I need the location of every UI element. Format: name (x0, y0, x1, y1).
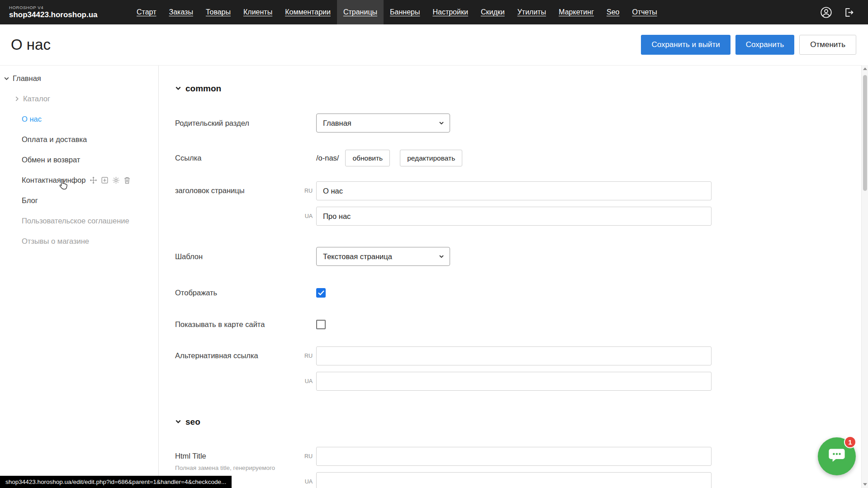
move-icon[interactable] (90, 176, 97, 184)
scroll-down-icon[interactable] (862, 481, 868, 488)
template-select[interactable]: Текстовая страница (316, 247, 450, 266)
lang-inputs: RU UA (297, 346, 711, 391)
field-label: Родительский раздел (175, 119, 316, 128)
lang-row-ru: RU (297, 447, 711, 466)
page-title-ru-input[interactable] (316, 181, 711, 200)
add-icon[interactable] (101, 176, 109, 184)
nav-item-otchety[interactable]: Отчеты (626, 0, 663, 24)
sidebar-item-o-nas[interactable]: О нас (0, 109, 158, 129)
html-title-ua-input[interactable] (316, 472, 711, 488)
alt-link-ru-input[interactable] (316, 346, 711, 365)
nav-item-utility[interactable]: Утилиты (511, 0, 553, 24)
scrollbar-thumb[interactable] (863, 75, 867, 191)
sidebar-item-kontaktnaya-infor[interactable]: Контактная инфор (0, 170, 158, 190)
user-icon[interactable] (820, 6, 832, 19)
cancel-button[interactable]: Отменить (799, 35, 856, 55)
tree-label: Главная (13, 74, 41, 83)
edit-link-button[interactable]: редактировать (400, 150, 462, 166)
tree-label: Отзывы о магазине (22, 237, 89, 246)
delete-icon[interactable] (123, 176, 131, 184)
top-nav: HOROSHOP V4 shop34423.horoshop.ua Старт … (0, 0, 868, 24)
section-seo[interactable]: seo (175, 417, 200, 427)
logout-icon[interactable] (843, 7, 854, 18)
sidebar-item-oplata-i-dostavka[interactable]: Оплата и доставка (0, 129, 158, 150)
refresh-link-button[interactable]: обновить (345, 150, 390, 166)
link-path: /o-nas/ (316, 154, 339, 162)
field-label: Ссылка (175, 154, 316, 162)
tree-label: Контактная инфор (22, 176, 85, 185)
chevron-down-icon (439, 252, 444, 261)
field-hint: Полная замена title, генерируемого (175, 464, 306, 472)
settings-icon[interactable] (112, 176, 120, 184)
tree-label: Блог (22, 196, 38, 205)
brand-version: HOROSHOP V4 (9, 5, 108, 10)
action-bar: О нас Сохранить и выйти Сохранить Отмени… (0, 24, 868, 65)
parent-section-select[interactable]: Главная (316, 114, 450, 133)
chat-icon (827, 446, 846, 467)
status-url: shop34423.horoshop.ua/edit/edit.php?id=6… (0, 476, 232, 488)
select-value: Текстовая страница (323, 252, 392, 261)
nav-item-skidki[interactable]: Скидки (474, 0, 511, 24)
sidebar-item-glavnaya[interactable]: Главная (0, 68, 158, 89)
section-title: common (185, 84, 221, 94)
nav-item-kommentarii[interactable]: Комментарии (279, 0, 337, 24)
sidebar-item-katalog[interactable]: Каталог (0, 89, 158, 109)
tree-label: Оплата и доставка (22, 135, 87, 144)
nav-item-zakazy[interactable]: Заказы (162, 0, 199, 24)
select-value: Главная (323, 119, 351, 128)
chevron-right-icon[interactable] (14, 96, 20, 102)
page-title: О нас (11, 36, 51, 53)
chevron-down-icon[interactable] (4, 76, 9, 81)
nav-item-seo[interactable]: Seo (600, 0, 626, 24)
save-button[interactable]: Сохранить (735, 35, 794, 55)
html-title-ru-input[interactable] (316, 447, 711, 466)
nav-item-bannery[interactable]: Баннеры (384, 0, 426, 24)
sidebar-item-polzovatelskoe-soglashenie[interactable]: Пользовательское соглашение (0, 211, 158, 231)
nav-item-nastroyki[interactable]: Настройки (426, 0, 474, 24)
nav-item-start[interactable]: Старт (130, 0, 162, 24)
brand-domain: shop34423.horoshop.ua (9, 10, 108, 19)
page-title-ua-input[interactable] (316, 207, 711, 226)
nav-right (820, 0, 868, 24)
section-chevron-icon (175, 417, 181, 427)
lang-inputs: RU UA (297, 447, 711, 488)
field-parent-section: Родительский раздел Главная (175, 114, 868, 133)
lang-label-ua: UA (297, 378, 313, 384)
section-common[interactable]: common (175, 84, 221, 94)
scroll-up-icon[interactable] (862, 65, 868, 72)
sitemap-checkbox[interactable] (316, 320, 326, 329)
lang-row-ru: RU (297, 181, 711, 200)
save-and-exit-button[interactable]: Сохранить и выйти (641, 35, 730, 55)
main-menu: Старт Заказы Товары Клиенты Комментарии … (130, 0, 664, 24)
section-title: seo (185, 417, 200, 427)
lang-label-ru: RU (297, 188, 313, 194)
lang-label-ru: RU (297, 353, 313, 359)
section-chevron-icon (175, 84, 181, 94)
brand[interactable]: HOROSHOP V4 shop34423.horoshop.ua (9, 0, 108, 24)
field-label: заголовок страницы (175, 181, 316, 195)
lang-label-ru: RU (297, 453, 313, 460)
chat-widget[interactable]: 1 (818, 437, 856, 475)
display-checkbox[interactable] (316, 288, 326, 298)
tree-label: Обмен и возврат (22, 156, 80, 164)
nav-item-marketing[interactable]: Маркетинг (552, 0, 600, 24)
tree-item-actions (90, 176, 131, 184)
field-display: Отображать (175, 283, 868, 302)
header-actions: Сохранить и выйти Сохранить Отменить (641, 35, 856, 55)
sidebar-item-obmen-i-vozvrat[interactable]: Обмен и возврат (0, 150, 158, 170)
alt-link-ua-input[interactable] (316, 372, 711, 391)
field-label: Альтернативная ссылка (175, 346, 316, 360)
nav-item-stranitsy[interactable]: Страницы (337, 0, 384, 24)
field-label: Показывать в карте сайта (175, 320, 316, 329)
sidebar-item-blog[interactable]: Блог (0, 190, 158, 211)
nav-item-tovary[interactable]: Товары (199, 0, 237, 24)
field-sitemap: Показывать в карте сайта (175, 315, 868, 334)
scrollbar[interactable] (861, 65, 868, 488)
chat-badge: 1 (844, 436, 856, 448)
field-label: Html Title (175, 452, 316, 460)
field-label: Шаблон (175, 252, 316, 261)
sidebar-item-otzyvy-o-magazine[interactable]: Отзывы о магазине (0, 231, 158, 251)
nav-item-klienty[interactable]: Клиенты (237, 0, 279, 24)
content: Главная Каталог О нас Оплата и доставка … (0, 65, 868, 488)
field-link: Ссылка /o-nas/ обновить редактировать (175, 150, 868, 166)
